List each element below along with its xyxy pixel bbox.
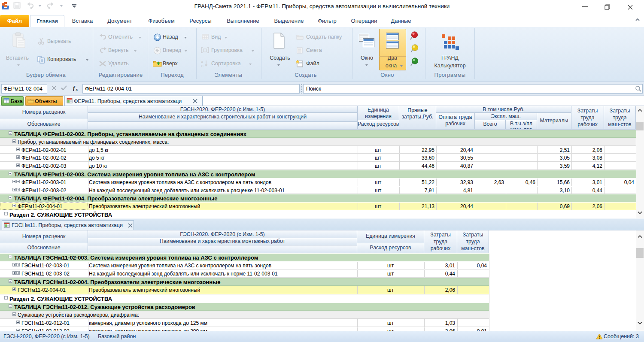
svg-text:Я: Я bbox=[201, 64, 204, 67]
svg-text:x: x bbox=[76, 88, 78, 92]
svg-text:f: f bbox=[73, 85, 76, 91]
svg-text:А: А bbox=[201, 60, 204, 64]
